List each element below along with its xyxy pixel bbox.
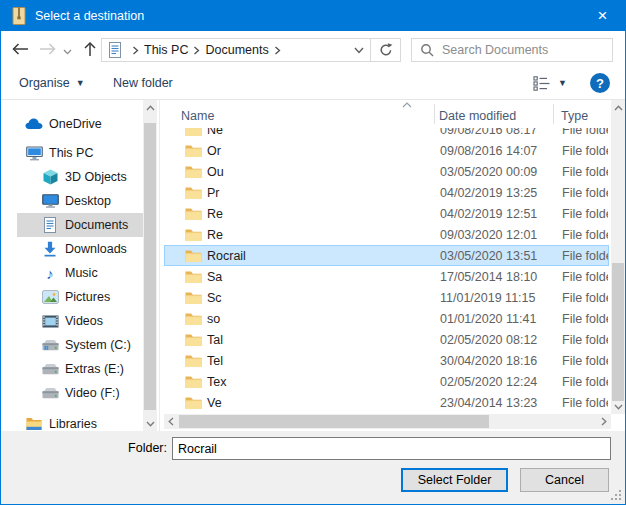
sidebar-item-desktop[interactable]: Desktop xyxy=(1,189,143,213)
file-row-rocrail[interactable]: Rocrail03/05/2020 13:51File folder xyxy=(164,245,609,266)
scroll-left-icon[interactable] xyxy=(164,414,178,429)
file-row-tex[interactable]: Tex02/05/2020 12:24File folder xyxy=(164,371,609,392)
sidebar-item-label: Desktop xyxy=(65,194,111,208)
folder-icon xyxy=(185,270,202,284)
sidebar-item-extras-e[interactable]: Extras (E:) xyxy=(1,357,143,381)
column-header-type[interactable]: Type xyxy=(561,109,588,123)
forward-button[interactable] xyxy=(37,42,59,56)
sidebar-item-this-pc[interactable]: This PC xyxy=(1,141,143,165)
sidebar-item-label: System (C:) xyxy=(65,338,131,352)
file-date-modified: 02/05/2020 12:24 xyxy=(440,375,537,389)
sidebar-item-label: OneDrive xyxy=(49,117,102,131)
file-row-sc[interactable]: Sc11/01/2019 11:15File folder xyxy=(164,287,609,308)
file-row-re[interactable]: Re09/03/2020 12:01File folder xyxy=(164,224,609,245)
close-button[interactable]: × xyxy=(580,1,625,30)
select-destination-dialog: Select a destination × This PCDocuments xyxy=(0,0,626,505)
list-scrollbar[interactable] xyxy=(611,100,625,414)
file-type: File folder xyxy=(562,186,608,200)
column-divider[interactable] xyxy=(553,104,554,124)
scroll-down-icon[interactable] xyxy=(143,416,157,431)
file-name: Re xyxy=(207,228,223,242)
back-button[interactable] xyxy=(9,42,31,56)
sidebar-scroll-thumb[interactable] xyxy=(144,123,156,410)
sidebar-scrollbar[interactable] xyxy=(143,100,157,431)
new-folder-button[interactable]: New folder xyxy=(113,76,173,90)
file-row-or[interactable]: Or09/08/2016 14:07File folder xyxy=(164,140,609,161)
folder-name-input[interactable] xyxy=(172,437,611,460)
address-bar[interactable]: This PCDocuments xyxy=(101,38,371,62)
sidebar-item-documents[interactable]: Documents xyxy=(17,213,143,237)
sidebar-item-label: 3D Objects xyxy=(65,170,127,184)
search-input[interactable] xyxy=(442,43,604,57)
sidebar-item-downloads[interactable]: Downloads xyxy=(1,237,143,261)
list-scroll-thumb[interactable] xyxy=(612,263,624,401)
file-row-sa[interactable]: Sa17/05/2014 18:10File folder xyxy=(164,266,609,287)
scroll-up-icon[interactable] xyxy=(611,100,625,115)
file-type: File folder xyxy=(562,249,608,263)
music-icon: ♪ xyxy=(41,265,59,282)
sidebar-item-onedrive[interactable]: OneDrive xyxy=(1,112,143,136)
sidebar-item-label: Pictures xyxy=(65,290,110,304)
column-divider[interactable] xyxy=(434,104,435,124)
file-list-pane: Name Date modified Type Ne09/08/2016 08:… xyxy=(164,100,611,431)
desktop-icon xyxy=(41,193,59,210)
organise-caret-icon: ▼ xyxy=(76,79,85,88)
breadcrumb-chevron-icon[interactable] xyxy=(274,46,281,55)
recent-locations-chevron-icon[interactable] xyxy=(61,45,73,59)
file-name: Rocrail xyxy=(207,249,246,263)
breadcrumb: This PCDocuments xyxy=(127,43,286,57)
sort-ascending-icon xyxy=(402,102,412,108)
file-type: File folder xyxy=(562,228,608,242)
scroll-up-icon[interactable] xyxy=(143,100,157,115)
file-date-modified: 04/02/2019 13:25 xyxy=(440,186,537,200)
sidebar-item-video-f[interactable]: Video (F:) xyxy=(1,381,143,405)
search-icon xyxy=(420,43,434,57)
folder-icon xyxy=(185,354,202,368)
column-header-date-modified[interactable]: Date modified xyxy=(439,109,516,123)
folder-icon xyxy=(185,249,202,263)
horizontal-scrollbar[interactable] xyxy=(164,414,611,429)
scroll-down-icon[interactable] xyxy=(611,399,625,414)
drive-icon xyxy=(41,361,59,378)
file-row-re[interactable]: Re04/02/2019 12:51File folder xyxy=(164,203,609,224)
details-view-icon xyxy=(533,76,552,91)
sidebar-item-videos[interactable]: Videos xyxy=(1,309,143,333)
change-view-button[interactable]: ▼ xyxy=(533,76,567,91)
help-button[interactable]: ? xyxy=(590,73,610,93)
file-row-tel[interactable]: Tel30/04/2020 18:16File folder xyxy=(164,350,609,371)
column-header-name[interactable]: Name xyxy=(181,109,214,123)
refresh-button[interactable] xyxy=(371,38,401,62)
file-row-ve[interactable]: Ve23/04/2014 13:23File folder xyxy=(164,392,609,413)
file-row-tal[interactable]: Tal02/05/2020 08:12File folder xyxy=(164,329,609,350)
sidebar-item-music[interactable]: ♪Music xyxy=(1,261,143,285)
resize-grip[interactable] xyxy=(611,490,621,500)
select-folder-button[interactable]: Select Folder xyxy=(401,468,508,492)
file-name: Tel xyxy=(207,354,223,368)
cancel-button[interactable]: Cancel xyxy=(520,468,609,492)
view-caret-icon: ▼ xyxy=(558,79,567,88)
horizontal-scroll-thumb[interactable] xyxy=(179,415,489,428)
search-box[interactable] xyxy=(411,38,613,62)
file-row-ne[interactable]: Ne09/08/2016 08:17File folder xyxy=(164,128,609,140)
file-date-modified: 23/04/2014 13:23 xyxy=(440,396,537,410)
sidebar-item-3d-objects[interactable]: 3D Objects xyxy=(1,165,143,189)
file-row-ou[interactable]: Ou03/05/2020 00:09File folder xyxy=(164,161,609,182)
file-date-modified: 03/05/2020 13:51 xyxy=(440,249,537,263)
breadcrumb-item-documents[interactable]: Documents xyxy=(205,43,268,57)
organise-button[interactable]: Organise ▼ xyxy=(19,76,85,90)
file-date-modified: 09/08/2016 08:17 xyxy=(440,128,537,137)
sidebar-item-libraries[interactable]: Libraries xyxy=(1,412,143,431)
scroll-right-icon[interactable] xyxy=(597,414,611,429)
sidebar-item-pictures[interactable]: Pictures xyxy=(1,285,143,309)
address-history-chevron-icon[interactable] xyxy=(354,47,364,54)
file-row-pr[interactable]: Pr04/02/2019 13:25File folder xyxy=(164,182,609,203)
drive-icon xyxy=(41,385,59,402)
up-button[interactable] xyxy=(79,42,101,56)
file-row-so[interactable]: so01/01/2020 11:41File folder xyxy=(164,308,609,329)
folder-icon xyxy=(185,165,202,179)
sidebar-item-system-c[interactable]: System (C:) xyxy=(1,333,143,357)
file-date-modified: 09/03/2020 12:01 xyxy=(440,228,537,242)
file-name: Tex xyxy=(207,375,226,389)
sidebar-item-label: Extras (E:) xyxy=(65,362,124,376)
breadcrumb-item-this-pc[interactable]: This PC xyxy=(144,43,188,57)
